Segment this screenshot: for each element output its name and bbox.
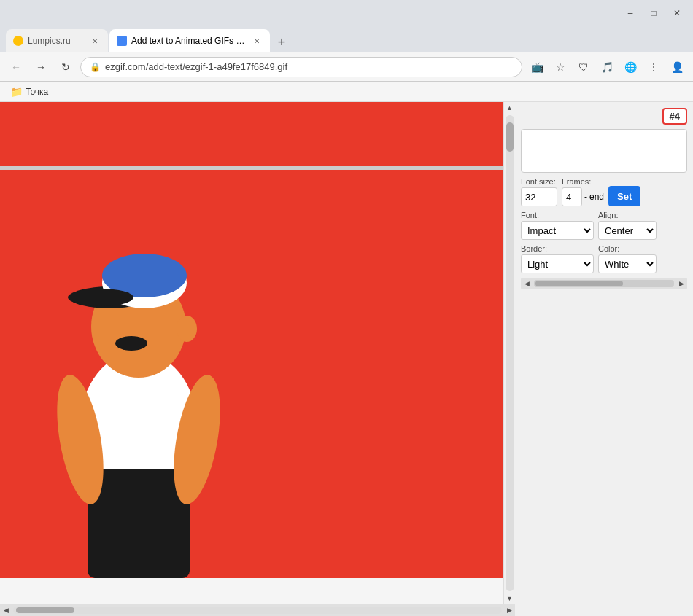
gif-preview-area: [0, 102, 503, 604]
forward-button[interactable]: →: [31, 57, 51, 77]
controls-panel: #4 Font size: Frames: - end S: [515, 102, 693, 616]
user-security-button[interactable]: 🛡: [573, 57, 594, 77]
tab-ezgif[interactable]: Add text to Animated GIFs - gif-... ✕: [109, 29, 270, 52]
url-text: ezgif.com/add-text/ezgif-1-a49fe17f6849.…: [105, 61, 513, 72]
bookmark-icon-tochka: 📁: [10, 86, 23, 98]
tab-favicon-ezgif: [117, 36, 127, 46]
horiz-scroll-thumb[interactable]: [16, 607, 74, 613]
translate-button[interactable]: 🌐: [620, 57, 640, 77]
align-group: Align: Left Center Right: [598, 211, 657, 240]
tab-close-ezgif[interactable]: ✕: [251, 35, 263, 47]
frames-to: end: [589, 192, 604, 202]
back-button[interactable]: ←: [6, 57, 26, 77]
scroll-up-arrow[interactable]: ▲: [504, 102, 516, 114]
cast-button[interactable]: 📺: [527, 57, 547, 77]
menu-button[interactable]: ⋮: [643, 57, 664, 77]
scroll-left-arrow[interactable]: ◀: [0, 604, 12, 616]
font-align-row: Font: Impact Arial Times New Roman Comic…: [521, 211, 687, 240]
font-size-group: Font size:: [521, 177, 557, 206]
main-content: ▲ ▼ ◀ ▶ #4: [0, 102, 693, 616]
controls-horiz-scrollbar[interactable]: ◀ ▶: [521, 278, 687, 289]
frames-from-input[interactable]: [562, 187, 582, 206]
font-frames-row: Font size: Frames: - end Set: [521, 177, 687, 206]
svg-rect-1: [88, 469, 190, 578]
scroll-down-arrow[interactable]: ▼: [504, 593, 516, 604]
font-group: Font: Impact Arial Times New Roman Comic…: [521, 211, 594, 240]
tab-bar: Lumpics.ru ✕ Add text to Animated GIFs -…: [0, 26, 693, 52]
set-button[interactable]: Set: [608, 186, 640, 206]
text-input[interactable]: [521, 129, 687, 173]
close-button[interactable]: ✕: [667, 3, 687, 23]
frames-separator: -: [584, 192, 587, 202]
bookmark-label-tochka: Точка: [26, 87, 48, 97]
scroll-thumb[interactable]: [506, 122, 514, 152]
color-group: Color: White Black Red Blue Yellow Green: [598, 244, 657, 273]
svg-point-11: [177, 316, 197, 342]
address-bar: ← → ↻ 🔒 ezgif.com/add-text/ezgif-1-a49fe…: [0, 52, 693, 82]
horiz-scroll-track: [13, 607, 502, 614]
controls-scroll-area: #4 Font size: Frames: - end S: [521, 108, 687, 289]
new-tab-button[interactable]: +: [271, 32, 292, 52]
ctrl-scroll-thumb[interactable]: [535, 281, 623, 286]
gif-frame-top: [0, 102, 503, 168]
gif-scrollbar[interactable]: ▲ ▼: [503, 102, 515, 604]
font-label: Font:: [521, 211, 594, 219]
svg-point-9: [68, 289, 133, 306]
frame-badge: #4: [662, 108, 687, 125]
bookmark-bar: 📁 Точка: [0, 82, 693, 102]
align-label: Align:: [598, 211, 657, 219]
scroll-track: [506, 115, 514, 591]
bookmark-button[interactable]: ☆: [550, 57, 570, 77]
url-bar[interactable]: 🔒 ezgif.com/add-text/ezgif-1-a49fe17f684…: [80, 57, 522, 77]
extensions-button[interactable]: 🎵: [597, 57, 617, 77]
bookmark-tochka[interactable]: 📁 Точка: [6, 85, 53, 99]
tab-favicon-lumpics: [13, 36, 23, 46]
reload-button[interactable]: ↻: [55, 57, 76, 77]
border-select[interactable]: None Light Medium Heavy: [521, 254, 594, 273]
gif-frame-main: [0, 170, 503, 578]
font-size-input[interactable]: [521, 187, 557, 206]
tab-close-lumpics[interactable]: ✕: [89, 35, 101, 47]
title-bar: – □ ✕: [0, 0, 693, 26]
border-color-row: Border: None Light Medium Heavy Color: W…: [521, 244, 687, 273]
font-size-label: Font size:: [521, 177, 557, 186]
align-select[interactable]: Left Center Right: [598, 221, 657, 240]
frames-label: Frames:: [562, 177, 604, 186]
address-actions: 📺 ☆ 🛡 🎵 🌐 ⋮ 👤: [527, 57, 687, 77]
tab-lumpics[interactable]: Lumpics.ru ✕: [6, 29, 108, 52]
tab-title-lumpics: Lumpics.ru: [28, 36, 85, 46]
character-svg: [36, 214, 241, 578]
tab-title-ezgif: Add text to Animated GIFs - gif-...: [131, 36, 247, 46]
bottom-scrollbar[interactable]: ◀ ▶: [0, 604, 515, 616]
color-label: Color:: [598, 244, 657, 253]
border-label: Border:: [521, 244, 594, 253]
ctrl-scroll-left[interactable]: ◀: [521, 278, 533, 289]
lock-icon: 🔒: [90, 62, 101, 72]
minimize-button[interactable]: –: [620, 3, 640, 23]
ctrl-scroll-track: [534, 280, 674, 287]
svg-point-10: [115, 336, 147, 351]
ctrl-scroll-right[interactable]: ▶: [675, 278, 687, 289]
border-group: Border: None Light Medium Heavy: [521, 244, 594, 273]
window-controls[interactable]: – □ ✕: [620, 3, 687, 23]
maximize-button[interactable]: □: [643, 3, 664, 23]
color-select[interactable]: White Black Red Blue Yellow Green: [598, 254, 657, 273]
frames-group: Frames: - end: [562, 177, 604, 206]
profile-button[interactable]: 👤: [667, 57, 687, 77]
scroll-right-arrow[interactable]: ▶: [503, 604, 515, 616]
font-select[interactable]: Impact Arial Times New Roman Comic Sans …: [521, 221, 594, 240]
